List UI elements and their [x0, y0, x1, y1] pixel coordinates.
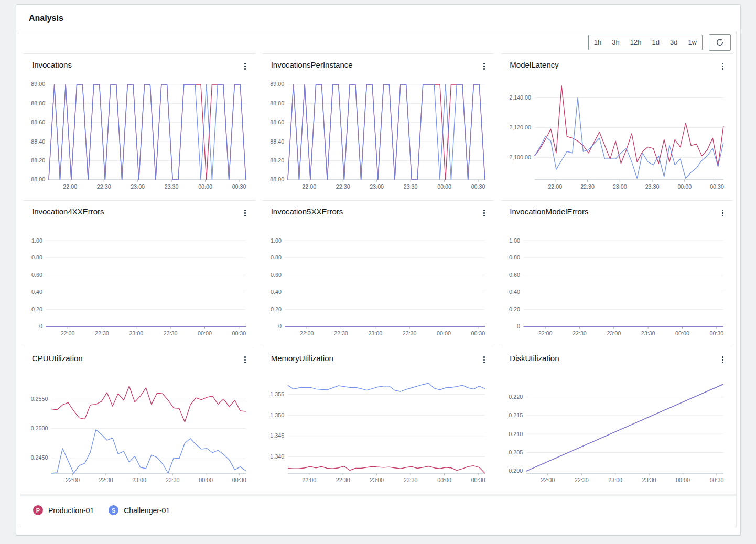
svg-text:0.220: 0.220 [509, 394, 523, 400]
chart-title: Invocation4XXErrors [32, 207, 104, 216]
time-range-1d[interactable]: 1d [646, 35, 664, 50]
svg-text:23:30: 23:30 [642, 477, 656, 483]
svg-text:00:30: 00:30 [471, 183, 485, 190]
kebab-menu-icon[interactable] [479, 354, 489, 365]
svg-text:22:30: 22:30 [97, 183, 111, 190]
kebab-menu-icon[interactable] [241, 207, 250, 219]
svg-text:00:30: 00:30 [710, 477, 724, 483]
svg-text:23:00: 23:00 [131, 183, 145, 190]
svg-text:23:30: 23:30 [641, 330, 655, 336]
kebab-menu-icon[interactable] [479, 207, 489, 219]
svg-text:0: 0 [278, 323, 282, 329]
svg-text:0.60: 0.60 [509, 271, 520, 278]
widget-model-latency: ModelLatency 2,100.002,120.002,140.0022:… [501, 53, 733, 200]
challenger-variant-icon: S [109, 505, 118, 515]
svg-text:22:30: 22:30 [95, 330, 109, 336]
svg-text:22:00: 22:00 [538, 330, 553, 336]
line-chart-disk-utilization[interactable]: 0.2000.2050.2100.2150.22022:0022:3023:00… [505, 367, 729, 491]
svg-text:0.215: 0.215 [509, 412, 523, 418]
chart-legend: P Production-01 S Challenger-01 [20, 496, 736, 527]
kebab-menu-icon[interactable] [241, 354, 250, 365]
line-chart-invocation-4xx-errors[interactable]: 00.200.400.600.801.0022:0022:3023:0023:3… [28, 221, 251, 344]
line-chart-cpu-utilization[interactable]: 0.24500.25000.255022:0022:3023:0023:3000… [28, 367, 251, 491]
widget-invocations: Invocations 88.0088.2088.4088.6088.8089.… [24, 53, 255, 200]
svg-text:88.00: 88.00 [31, 176, 45, 182]
svg-text:88.40: 88.40 [31, 138, 45, 145]
svg-text:22:00: 22:00 [541, 477, 555, 483]
production-variant-icon: P [33, 505, 43, 515]
time-range-3d[interactable]: 3d [665, 35, 683, 50]
svg-text:0.20: 0.20 [271, 306, 282, 312]
svg-text:22:30: 22:30 [575, 477, 589, 483]
svg-text:22:30: 22:30 [99, 477, 113, 483]
svg-text:22:30: 22:30 [581, 183, 595, 190]
svg-text:23:30: 23:30 [645, 183, 660, 190]
svg-text:00:30: 00:30 [232, 477, 246, 483]
chart-title: Invocations [32, 60, 72, 69]
svg-text:0.80: 0.80 [31, 254, 42, 260]
svg-text:00:00: 00:00 [675, 330, 689, 336]
line-chart-invocation-model-errors[interactable]: 00.200.400.600.801.0022:0022:3023:0023:3… [505, 221, 729, 344]
chart-title: DiskUtilization [510, 354, 559, 363]
svg-text:22:00: 22:00 [302, 183, 316, 190]
dashboard-panel: 1h 3h 12h 1d 3d 1w Invocations [20, 31, 737, 527]
line-chart-memory-utilization[interactable]: 1.3401.3451.3501.35522:0022:3023:0023:30… [267, 367, 490, 491]
widget-invocation-4xx-errors: Invocation4XXErrors 00.200.400.600.801.0… [24, 200, 255, 347]
kebab-menu-icon[interactable] [241, 60, 250, 72]
refresh-icon [716, 38, 724, 47]
line-chart-invocations[interactable]: 88.0088.2088.4088.6088.8089.0022:0022:30… [28, 74, 251, 198]
kebab-menu-icon[interactable] [718, 60, 728, 72]
time-range-12h[interactable]: 12h [625, 35, 647, 50]
svg-text:22:00: 22:00 [299, 330, 314, 336]
legend-label: Challenger-01 [124, 506, 170, 515]
svg-text:23:00: 23:00 [609, 477, 623, 483]
svg-text:00:30: 00:30 [710, 183, 725, 190]
chart-title: CPUUtilization [32, 354, 83, 363]
svg-text:23:30: 23:30 [165, 183, 179, 190]
kebab-menu-icon[interactable] [718, 207, 728, 219]
svg-text:1.350: 1.350 [270, 412, 284, 418]
svg-text:0.2550: 0.2550 [31, 396, 48, 402]
legend-label: Production-01 [48, 506, 94, 515]
widget-memory-utilization: MemoryUtilization 1.3401.3451.3501.35522… [263, 347, 494, 494]
kebab-menu-icon[interactable] [479, 60, 489, 72]
svg-text:0: 0 [39, 323, 42, 329]
kebab-menu-icon[interactable] [718, 354, 728, 365]
svg-text:00:30: 00:30 [232, 183, 246, 190]
svg-text:22:00: 22:00 [548, 183, 563, 190]
line-chart-invocations-per-instance[interactable]: 88.0088.2088.4088.6088.8089.0022:0022:30… [267, 74, 490, 198]
time-range-1w[interactable]: 1w [683, 35, 702, 50]
svg-text:23:00: 23:00 [370, 477, 384, 483]
refresh-button[interactable] [709, 34, 731, 51]
widget-disk-utilization: DiskUtilization 0.2000.2050.2100.2150.22… [501, 347, 733, 494]
svg-text:00:30: 00:30 [471, 477, 485, 483]
svg-text:0.2500: 0.2500 [31, 425, 48, 431]
svg-text:88.40: 88.40 [270, 138, 284, 145]
svg-text:0.60: 0.60 [31, 271, 42, 278]
chart-title: InvocationsPerInstance [271, 60, 353, 69]
svg-text:23:00: 23:00 [132, 477, 146, 483]
svg-text:89.00: 89.00 [270, 81, 284, 87]
svg-text:0.210: 0.210 [509, 431, 523, 437]
svg-text:00:00: 00:00 [198, 183, 212, 190]
svg-text:2,100.00: 2,100.00 [510, 154, 532, 160]
line-chart-model-latency[interactable]: 2,100.002,120.002,140.0022:0022:3023:002… [505, 74, 729, 198]
time-range-1h[interactable]: 1h [589, 35, 607, 50]
svg-text:0.20: 0.20 [509, 306, 520, 312]
svg-text:1.00: 1.00 [31, 237, 42, 243]
svg-text:00:00: 00:00 [199, 477, 213, 483]
svg-text:88.80: 88.80 [270, 100, 284, 106]
svg-text:23:30: 23:30 [403, 183, 417, 190]
chart-toolbar: 1h 3h 12h 1d 3d 1w [20, 31, 736, 53]
card-header: Analysis [16, 5, 740, 31]
svg-text:23:30: 23:30 [402, 330, 416, 336]
svg-text:00:00: 00:00 [437, 477, 451, 483]
svg-text:2,140.00: 2,140.00 [510, 94, 532, 101]
legend-item-challenger[interactable]: S Challenger-01 [109, 505, 170, 515]
line-chart-invocation-5xx-errors[interactable]: 00.200.400.600.801.0022:0022:3023:0023:3… [267, 221, 490, 344]
svg-text:00:00: 00:00 [198, 330, 212, 336]
time-range-3h[interactable]: 3h [607, 35, 624, 50]
svg-text:0: 0 [517, 323, 520, 329]
legend-item-production[interactable]: P Production-01 [33, 505, 94, 515]
svg-text:1.345: 1.345 [270, 432, 284, 439]
